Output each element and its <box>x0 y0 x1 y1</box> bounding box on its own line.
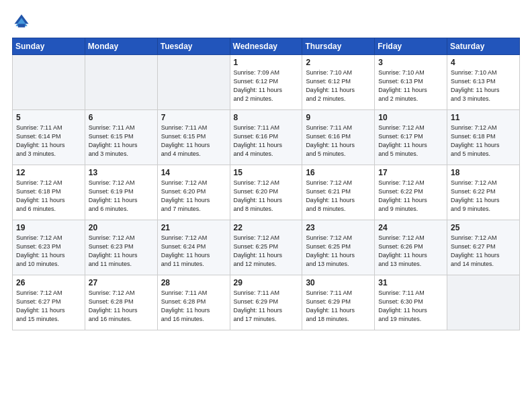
calendar-cell: 13Sunrise: 7:12 AM Sunset: 6:19 PM Dayli… <box>85 165 157 220</box>
day-info: Sunrise: 7:10 AM Sunset: 6:13 PM Dayligh… <box>378 68 443 103</box>
calendar-cell: 15Sunrise: 7:12 AM Sunset: 6:20 PM Dayli… <box>230 165 302 220</box>
calendar-cell: 11Sunrise: 7:12 AM Sunset: 6:18 PM Dayli… <box>447 110 520 165</box>
day-info: Sunrise: 7:12 AM Sunset: 6:23 PM Dayligh… <box>89 234 154 269</box>
day-number: 14 <box>161 168 226 177</box>
day-number: 24 <box>378 223 443 232</box>
calendar-cell <box>447 275 520 330</box>
calendar-cell: 2Sunrise: 7:10 AM Sunset: 6:12 PM Daylig… <box>302 55 375 110</box>
day-number: 31 <box>378 278 443 287</box>
day-info: Sunrise: 7:12 AM Sunset: 6:17 PM Dayligh… <box>378 124 443 158</box>
calendar-cell <box>85 55 157 110</box>
day-number: 19 <box>16 223 81 232</box>
calendar-cell: 10Sunrise: 7:12 AM Sunset: 6:17 PM Dayli… <box>375 110 447 165</box>
day-number: 17 <box>378 168 443 177</box>
weekday-header-thursday: Thursday <box>302 38 375 55</box>
calendar-cell: 31Sunrise: 7:11 AM Sunset: 6:30 PM Dayli… <box>375 275 447 330</box>
day-number: 13 <box>89 168 154 177</box>
day-info: Sunrise: 7:11 AM Sunset: 6:29 PM Dayligh… <box>306 289 371 324</box>
calendar-week-4: 19Sunrise: 7:12 AM Sunset: 6:23 PM Dayli… <box>13 220 520 275</box>
day-info: Sunrise: 7:12 AM Sunset: 6:22 PM Dayligh… <box>378 179 443 214</box>
weekday-header-friday: Friday <box>375 38 447 55</box>
day-info: Sunrise: 7:12 AM Sunset: 6:19 PM Dayligh… <box>89 179 154 214</box>
day-number: 28 <box>161 278 226 287</box>
weekday-header-row: SundayMondayTuesdayWednesdayThursdayFrid… <box>13 38 520 55</box>
day-number: 4 <box>451 58 516 67</box>
day-number: 29 <box>234 278 299 287</box>
day-info: Sunrise: 7:12 AM Sunset: 6:26 PM Dayligh… <box>378 234 443 269</box>
day-number: 7 <box>161 113 226 122</box>
calendar-cell: 21Sunrise: 7:12 AM Sunset: 6:24 PM Dayli… <box>157 220 230 275</box>
day-info: Sunrise: 7:11 AM Sunset: 6:29 PM Dayligh… <box>234 289 299 324</box>
day-number: 3 <box>378 58 443 67</box>
day-info: Sunrise: 7:12 AM Sunset: 6:18 PM Dayligh… <box>16 179 81 214</box>
page: SundayMondayTuesdayWednesdayThursdayFrid… <box>0 0 532 411</box>
calendar-cell: 5Sunrise: 7:11 AM Sunset: 6:14 PM Daylig… <box>13 110 85 165</box>
calendar-cell <box>13 55 85 110</box>
calendar-cell: 1Sunrise: 7:09 AM Sunset: 6:12 PM Daylig… <box>230 55 302 110</box>
svg-rect-2 <box>18 24 26 28</box>
weekday-header-monday: Monday <box>85 38 157 55</box>
calendar-week-3: 12Sunrise: 7:12 AM Sunset: 6:18 PM Dayli… <box>13 165 520 220</box>
day-info: Sunrise: 7:11 AM Sunset: 6:14 PM Dayligh… <box>16 124 81 158</box>
day-info: Sunrise: 7:12 AM Sunset: 6:27 PM Dayligh… <box>16 289 81 324</box>
calendar-cell: 22Sunrise: 7:12 AM Sunset: 6:25 PM Dayli… <box>230 220 302 275</box>
calendar-cell: 6Sunrise: 7:11 AM Sunset: 6:15 PM Daylig… <box>85 110 157 165</box>
calendar-cell: 17Sunrise: 7:12 AM Sunset: 6:22 PM Dayli… <box>375 165 447 220</box>
day-number: 5 <box>16 113 81 122</box>
weekday-header-tuesday: Tuesday <box>157 38 230 55</box>
calendar-cell: 16Sunrise: 7:12 AM Sunset: 6:21 PM Dayli… <box>302 165 375 220</box>
day-number: 18 <box>451 168 516 177</box>
calendar-cell: 23Sunrise: 7:12 AM Sunset: 6:25 PM Dayli… <box>302 220 375 275</box>
day-number: 12 <box>16 168 81 177</box>
day-number: 9 <box>306 113 371 122</box>
day-number: 8 <box>234 113 299 122</box>
day-number: 25 <box>451 223 516 232</box>
calendar-cell: 19Sunrise: 7:12 AM Sunset: 6:23 PM Dayli… <box>13 220 85 275</box>
calendar-cell: 9Sunrise: 7:11 AM Sunset: 6:16 PM Daylig… <box>302 110 375 165</box>
day-info: Sunrise: 7:12 AM Sunset: 6:22 PM Dayligh… <box>451 179 516 214</box>
day-number: 23 <box>306 223 371 232</box>
day-number: 10 <box>378 113 443 122</box>
day-number: 1 <box>234 58 299 67</box>
day-number: 26 <box>16 278 81 287</box>
header <box>12 12 520 31</box>
calendar-week-2: 5Sunrise: 7:11 AM Sunset: 6:14 PM Daylig… <box>13 110 520 165</box>
day-number: 15 <box>234 168 299 177</box>
day-info: Sunrise: 7:12 AM Sunset: 6:24 PM Dayligh… <box>161 234 226 269</box>
calendar-cell: 14Sunrise: 7:12 AM Sunset: 6:20 PM Dayli… <box>157 165 230 220</box>
day-info: Sunrise: 7:11 AM Sunset: 6:16 PM Dayligh… <box>306 124 371 158</box>
calendar-cell: 3Sunrise: 7:10 AM Sunset: 6:13 PM Daylig… <box>375 55 447 110</box>
day-info: Sunrise: 7:12 AM Sunset: 6:25 PM Dayligh… <box>306 234 371 269</box>
day-info: Sunrise: 7:12 AM Sunset: 6:27 PM Dayligh… <box>451 234 516 269</box>
day-info: Sunrise: 7:11 AM Sunset: 6:16 PM Dayligh… <box>234 124 299 158</box>
day-info: Sunrise: 7:12 AM Sunset: 6:21 PM Dayligh… <box>306 179 371 214</box>
day-number: 22 <box>234 223 299 232</box>
calendar-cell: 30Sunrise: 7:11 AM Sunset: 6:29 PM Dayli… <box>302 275 375 330</box>
calendar-cell: 29Sunrise: 7:11 AM Sunset: 6:29 PM Dayli… <box>230 275 302 330</box>
calendar-cell: 7Sunrise: 7:11 AM Sunset: 6:15 PM Daylig… <box>157 110 230 165</box>
day-info: Sunrise: 7:09 AM Sunset: 6:12 PM Dayligh… <box>234 68 299 103</box>
day-number: 27 <box>89 278 154 287</box>
day-info: Sunrise: 7:10 AM Sunset: 6:13 PM Dayligh… <box>451 68 516 103</box>
calendar-cell: 26Sunrise: 7:12 AM Sunset: 6:27 PM Dayli… <box>13 275 85 330</box>
calendar-cell: 12Sunrise: 7:12 AM Sunset: 6:18 PM Dayli… <box>13 165 85 220</box>
calendar-week-1: 1Sunrise: 7:09 AM Sunset: 6:12 PM Daylig… <box>13 55 520 110</box>
calendar-week-5: 26Sunrise: 7:12 AM Sunset: 6:27 PM Dayli… <box>13 275 520 330</box>
day-number: 11 <box>451 113 516 122</box>
calendar-cell: 25Sunrise: 7:12 AM Sunset: 6:27 PM Dayli… <box>447 220 520 275</box>
day-number: 16 <box>306 168 371 177</box>
calendar-cell: 4Sunrise: 7:10 AM Sunset: 6:13 PM Daylig… <box>447 55 520 110</box>
calendar-cell: 20Sunrise: 7:12 AM Sunset: 6:23 PM Dayli… <box>85 220 157 275</box>
day-info: Sunrise: 7:12 AM Sunset: 6:20 PM Dayligh… <box>234 179 299 214</box>
day-info: Sunrise: 7:10 AM Sunset: 6:12 PM Dayligh… <box>306 68 371 103</box>
day-info: Sunrise: 7:11 AM Sunset: 6:28 PM Dayligh… <box>161 289 226 324</box>
calendar-cell: 28Sunrise: 7:11 AM Sunset: 6:28 PM Dayli… <box>157 275 230 330</box>
day-info: Sunrise: 7:12 AM Sunset: 6:18 PM Dayligh… <box>451 124 516 158</box>
day-info: Sunrise: 7:11 AM Sunset: 6:15 PM Dayligh… <box>161 124 226 158</box>
calendar-cell: 18Sunrise: 7:12 AM Sunset: 6:22 PM Dayli… <box>447 165 520 220</box>
calendar-cell: 27Sunrise: 7:12 AM Sunset: 6:28 PM Dayli… <box>85 275 157 330</box>
day-info: Sunrise: 7:12 AM Sunset: 6:25 PM Dayligh… <box>234 234 299 269</box>
day-number: 21 <box>161 223 226 232</box>
day-number: 6 <box>89 113 154 122</box>
day-info: Sunrise: 7:11 AM Sunset: 6:30 PM Dayligh… <box>378 289 443 324</box>
